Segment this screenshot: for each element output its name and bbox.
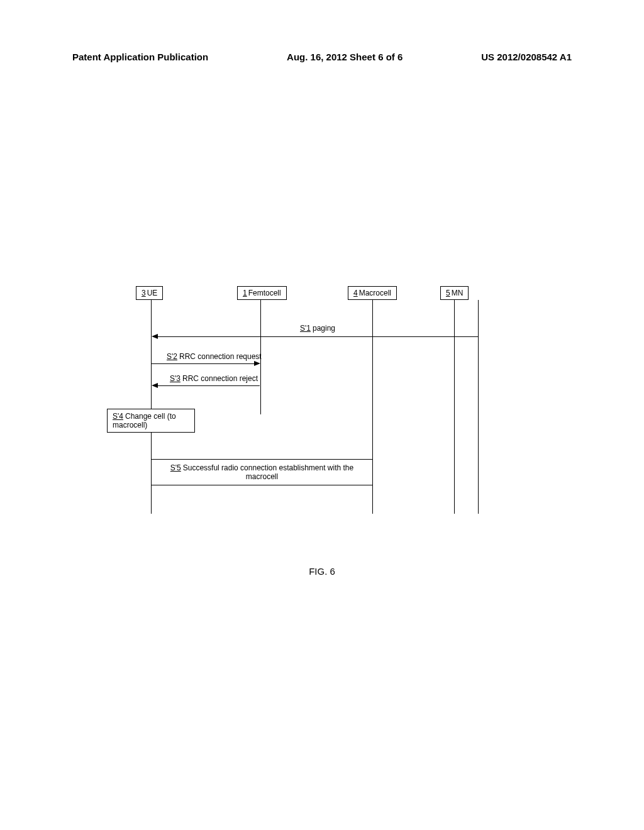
msg-s2-arrow <box>152 363 257 364</box>
lifeline-mn-2 <box>478 300 479 514</box>
header-left-text: Patent Application Publication <box>72 52 208 62</box>
actor-femtocell-num: 1 <box>243 289 247 297</box>
msg-s4-text1: Change cell (to <box>125 412 176 421</box>
actor-ue: 3UE <box>136 286 163 300</box>
figure-caption: FIG. 6 <box>0 566 644 577</box>
actor-macrocell: 4Macrocell <box>348 286 397 300</box>
page-header: Patent Application Publication Aug. 16, … <box>0 52 644 62</box>
msg-s2-text: RRC connection request <box>179 352 262 361</box>
sequence-diagram: 3UE 1Femtocell 4Macrocell 5MN S'1paging … <box>107 286 497 525</box>
msg-s3-arrow <box>154 385 260 386</box>
msg-s2-num: S'2 <box>167 352 177 361</box>
msg-s5-box: S'5Successful radio connection establish… <box>151 459 373 485</box>
actor-mn: 5MN <box>440 286 469 300</box>
msg-s1-arrowhead <box>152 334 158 339</box>
msg-s4-num: S'4 <box>113 412 123 421</box>
actor-femtocell-label: Femtocell <box>248 289 281 297</box>
actor-ue-label: UE <box>147 289 158 297</box>
msg-s3-num: S'3 <box>170 374 180 383</box>
actor-mn-num: 5 <box>446 289 450 297</box>
msg-s1-text: paging <box>313 324 335 333</box>
msg-s1-arrow <box>154 336 478 337</box>
msg-s3-text: RRC connection reject <box>182 374 258 383</box>
actor-macrocell-num: 4 <box>353 289 358 297</box>
msg-s2-label: S'2RRC connection request <box>167 352 262 361</box>
msg-s5-num: S'5 <box>170 463 181 472</box>
msg-s5-text1: Successful radio connection establishmen… <box>183 463 353 472</box>
header-right-text: US 2012/0208542 A1 <box>481 52 572 62</box>
msg-s1-label: S'1paging <box>300 324 335 333</box>
actor-macrocell-label: Macrocell <box>359 289 391 297</box>
msg-s1-num: S'1 <box>300 324 311 333</box>
lifeline-mn <box>454 300 455 514</box>
actor-ue-num: 3 <box>142 289 146 297</box>
msg-s2-arrowhead <box>254 361 260 366</box>
header-center-text: Aug. 16, 2012 Sheet 6 of 6 <box>287 52 402 62</box>
msg-s5-text2: macrocell <box>246 472 278 481</box>
actor-mn-label: MN <box>452 289 464 297</box>
msg-s3-label: S'3RRC connection reject <box>170 374 258 383</box>
actor-femtocell: 1Femtocell <box>237 286 287 300</box>
msg-s3-arrowhead <box>152 383 158 388</box>
msg-s4-text2: macrocell) <box>113 421 147 429</box>
msg-s4-box: S'4Change cell (to macrocell) <box>107 409 195 433</box>
